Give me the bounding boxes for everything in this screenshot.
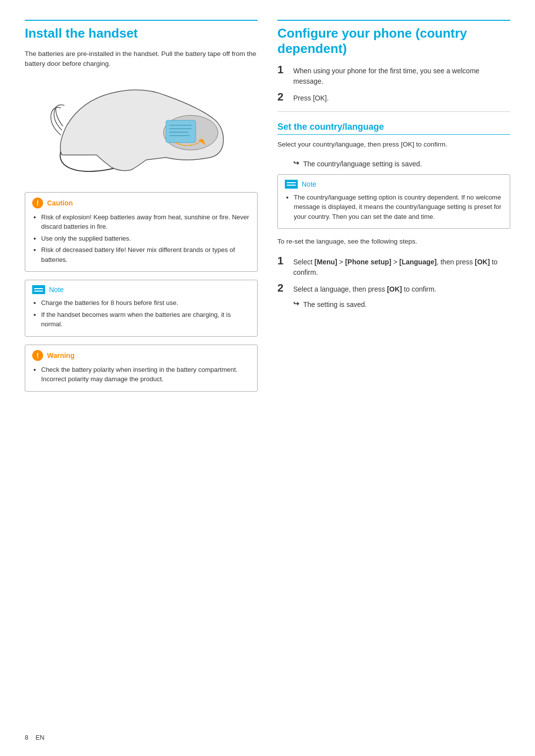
right-note-title: Note (302, 180, 317, 188)
left-note-box: Note Charge the batteries for 8 hours be… (25, 280, 258, 337)
left-note-title: Note (49, 286, 64, 294)
left-section-title: Install the handset (25, 20, 258, 41)
reset-steps: 1 Select [Menu] > [Phone setup] > [Langu… (277, 255, 510, 310)
left-note-item-2: If the handset becomes warm when the bat… (41, 310, 250, 329)
left-note-item-1: Charge the batteries for 8 hours before … (41, 298, 250, 308)
warning-header: ! Warning (32, 350, 250, 361)
reset-step-1: 1 Select [Menu] > [Phone setup] > [Langu… (277, 255, 510, 278)
caution-list: Risk of explosion! Keep batteries away f… (32, 212, 250, 265)
warning-item-1: Check the battery polarity when insertin… (41, 365, 250, 384)
intro-step-1: 1 When using your phone for the first ti… (277, 64, 510, 87)
left-note-list: Charge the batteries for 8 hours before … (32, 298, 250, 329)
result-arrow-2: ↪ (293, 300, 299, 307)
page-lang: EN (36, 734, 45, 741)
reset-result-text: The setting is saved. (303, 300, 367, 310)
right-note-box: Note The country/language setting option… (277, 174, 510, 229)
reset-step-2: 2 Select a language, then press [OK] to … (277, 283, 510, 295)
right-section-title: Configure your phone (country dependent) (277, 20, 510, 56)
step-number-1: 1 (277, 64, 287, 75)
page-number: 8 (25, 734, 28, 741)
page-footer: 8 EN (25, 734, 45, 741)
caution-header: ! Caution (32, 198, 250, 208)
left-note-header: Note (32, 285, 250, 294)
caution-title: Caution (47, 199, 73, 207)
right-note-body: The country/language setting option is c… (285, 193, 503, 222)
handset-illustration (25, 78, 258, 187)
caution-body: Risk of explosion! Keep batteries away f… (32, 212, 250, 265)
left-intro-text: The batteries are pre-installed in the h… (25, 49, 258, 69)
reset-step-number-1: 1 (277, 255, 287, 266)
reset-intro: To re-set the language, see the followin… (277, 237, 510, 247)
caution-icon: ! (32, 198, 43, 208)
result-arrow-1: ↪ (293, 159, 299, 167)
right-note-icon (285, 180, 298, 189)
intro-step-2: 2 Press [OK]. (277, 92, 510, 103)
right-note-list: The country/language setting option is c… (285, 193, 503, 222)
reset-step-number-2: 2 (277, 283, 287, 294)
warning-list: Check the battery polarity when insertin… (32, 365, 250, 384)
caution-box: ! Caution Risk of explosion! Keep batter… (25, 192, 258, 272)
right-note-header: Note (285, 180, 503, 189)
warning-icon: ! (32, 350, 43, 361)
warning-title: Warning (47, 352, 74, 359)
step-text-1: When using your phone for the first time… (293, 64, 510, 87)
right-divider (277, 111, 510, 112)
left-note-body: Charge the batteries for 8 hours before … (32, 298, 250, 329)
left-column: Install the handset The batteries are pr… (25, 20, 258, 400)
subtitle-result-line: ↪ The country/language setting is saved. (293, 159, 510, 169)
reset-result-line: ↪ The setting is saved. (293, 300, 510, 310)
right-section-subtitle: Set the country/language (277, 122, 510, 135)
svg-rect-2 (166, 120, 196, 143)
right-column: Configure your phone (country dependent)… (277, 20, 510, 400)
reset-step-text-2: Select a language, then press [OK] to co… (293, 283, 436, 295)
step-text-2: Press [OK]. (293, 92, 329, 103)
intro-steps: 1 When using your phone for the first ti… (277, 64, 510, 103)
warning-box: ! Warning Check the battery polarity whe… (25, 345, 258, 392)
caution-item-1: Risk of explosion! Keep batteries away f… (41, 212, 250, 232)
subtitle-intro: Select your country/language, then press… (277, 140, 510, 150)
reset-step-text-1: Select [Menu] > [Phone setup] > [Languag… (293, 255, 510, 278)
caution-item-3: Risk of decreased battery life! Never mi… (41, 245, 250, 264)
result-text-1: The country/language setting is saved. (303, 159, 422, 169)
step-number-2: 2 (277, 92, 287, 102)
note-icon (32, 285, 45, 294)
warning-body: Check the battery polarity when insertin… (32, 365, 250, 384)
right-note-item-1: The country/language setting option is c… (294, 193, 503, 222)
caution-item-2: Use only the supplied batteries. (41, 234, 250, 244)
